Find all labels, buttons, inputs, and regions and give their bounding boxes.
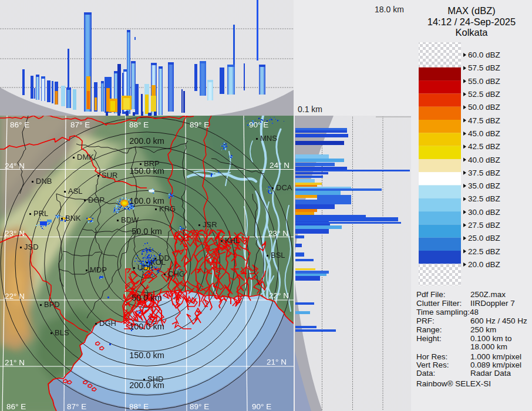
svg-text:87° E: 87° E xyxy=(67,402,86,411)
svg-text:35.0 dBZ: 35.0 dBZ xyxy=(468,181,500,190)
svg-text:60.0 dBZ: 60.0 dBZ xyxy=(468,50,500,59)
svg-text:Radar Data: Radar Data xyxy=(470,369,511,378)
svg-text:18.000 km: 18.000 km xyxy=(470,342,507,351)
svg-text:100.0 km: 100.0 km xyxy=(129,322,164,331)
svg-text:Kolkata: Kolkata xyxy=(455,27,488,38)
svg-text:MNS: MNS xyxy=(260,134,277,143)
svg-text:30.0 dBZ: 30.0 dBZ xyxy=(468,208,500,217)
svg-text:47.5 dBZ: 47.5 dBZ xyxy=(468,116,500,125)
svg-text:150.0 km: 150.0 km xyxy=(129,166,164,176)
svg-text:BDW: BDW xyxy=(121,215,139,224)
svg-text:BPD: BPD xyxy=(44,300,60,309)
svg-text:86° E: 86° E xyxy=(6,402,26,411)
svg-text:Range:: Range: xyxy=(416,325,442,334)
svg-text:50.0 dBZ: 50.0 dBZ xyxy=(468,103,500,112)
svg-text:600 Hz / 450 Hz: 600 Hz / 450 Hz xyxy=(470,316,527,325)
svg-text:50.0 km: 50.0 km xyxy=(132,227,162,236)
svg-text:DGP: DGP xyxy=(88,196,105,204)
svg-text:45.0 dBZ: 45.0 dBZ xyxy=(468,129,500,138)
svg-text:ASL: ASL xyxy=(68,187,83,196)
svg-text:1.000 km/pixel: 1.000 km/pixel xyxy=(470,352,521,361)
svg-text:22.5 dBZ: 22.5 dBZ xyxy=(468,247,500,256)
svg-text:57.5 dBZ: 57.5 dBZ xyxy=(468,63,500,72)
svg-text:PRF:: PRF: xyxy=(416,316,435,325)
svg-text:KRG: KRG xyxy=(159,204,176,213)
svg-text:MAX (dBZ): MAX (dBZ) xyxy=(447,5,496,16)
svg-text:Pdf File:: Pdf File: xyxy=(416,290,446,299)
svg-text:22° N: 22° N xyxy=(5,292,25,301)
svg-text:Rainbow® SELEX-SI: Rainbow® SELEX-SI xyxy=(416,379,491,388)
svg-text:24° N: 24° N xyxy=(5,161,25,170)
svg-text:BLS: BLS xyxy=(55,328,69,337)
svg-text:25.0 dBZ: 25.0 dBZ xyxy=(468,234,500,242)
svg-text:PRL: PRL xyxy=(33,209,48,218)
svg-text:88° E: 88° E xyxy=(129,402,149,411)
svg-text:87° E: 87° E xyxy=(70,120,90,129)
svg-text:88° E: 88° E xyxy=(129,120,149,129)
svg-text:21° N: 21° N xyxy=(5,358,25,367)
svg-text:0.100 km to: 0.100 km to xyxy=(470,334,512,343)
svg-text:UDP: UDP xyxy=(137,263,153,272)
svg-text:IIRDoppler 7: IIRDoppler 7 xyxy=(470,299,515,308)
svg-text:20.0 dBZ: 20.0 dBZ xyxy=(468,260,500,269)
svg-text:Time sampling:48: Time sampling:48 xyxy=(416,308,479,316)
svg-text:DMK: DMK xyxy=(77,153,94,161)
svg-text:Vert Res:: Vert Res: xyxy=(416,361,449,369)
svg-text:SUR: SUR xyxy=(102,171,117,180)
svg-text:CHG: CHG xyxy=(168,269,185,278)
svg-text:24° N: 24° N xyxy=(270,161,289,170)
svg-text:200.0 km: 200.0 km xyxy=(129,136,164,146)
svg-text:23° N: 23° N xyxy=(268,229,288,238)
svg-text:55.0 dBZ: 55.0 dBZ xyxy=(468,77,500,86)
svg-text:40.0 dBZ: 40.0 dBZ xyxy=(468,156,500,164)
svg-text:89° E: 89° E xyxy=(190,120,209,129)
svg-text:90° E: 90° E xyxy=(249,120,268,129)
svg-text:KHL: KHL xyxy=(225,236,240,245)
svg-text:22° N: 22° N xyxy=(269,291,289,300)
svg-text:JSD: JSD xyxy=(24,242,39,251)
svg-text:BSL: BSL xyxy=(271,251,285,260)
svg-text:100.0 km: 100.0 km xyxy=(129,196,164,206)
svg-text:86° E: 86° E xyxy=(10,120,29,129)
svg-text:250Z.max: 250Z.max xyxy=(470,290,506,299)
svg-text:Hor Res:: Hor Res: xyxy=(416,352,447,361)
svg-text:89° E: 89° E xyxy=(190,402,209,411)
svg-text:Clutter Filter:: Clutter Filter: xyxy=(416,299,462,308)
svg-text:DNB: DNB xyxy=(36,177,52,186)
svg-text:0.089 km/pixel: 0.089 km/pixel xyxy=(470,361,521,369)
svg-text:42.5 dBZ: 42.5 dBZ xyxy=(468,142,500,151)
svg-text:Data:: Data: xyxy=(416,369,435,378)
svg-text:32.5 dBZ: 32.5 dBZ xyxy=(468,194,500,203)
svg-text:DCA: DCA xyxy=(276,183,292,192)
svg-text:50.0 km: 50.0 km xyxy=(132,293,162,302)
svg-text:JSR: JSR xyxy=(203,220,217,229)
svg-text:DGH: DGH xyxy=(99,319,116,328)
svg-text:37.5 dBZ: 37.5 dBZ xyxy=(468,169,500,177)
svg-text:200.0 km: 200.0 km xyxy=(129,380,164,390)
svg-text:23° N: 23° N xyxy=(5,229,25,238)
svg-text:250 km: 250 km xyxy=(470,325,496,334)
svg-text:90° E: 90° E xyxy=(252,402,271,411)
svg-text:21° N: 21° N xyxy=(267,358,287,366)
svg-text:27.5 dBZ: 27.5 dBZ xyxy=(468,221,500,230)
svg-text:52.5 dBZ: 52.5 dBZ xyxy=(468,90,500,99)
svg-text:0.1 km: 0.1 km xyxy=(298,105,322,114)
svg-text:14:12 / 24-Sep-2025: 14:12 / 24-Sep-2025 xyxy=(427,16,516,27)
svg-text:MDP: MDP xyxy=(90,265,107,274)
svg-text:150.0 km: 150.0 km xyxy=(129,351,164,360)
svg-text:BNK: BNK xyxy=(65,214,81,223)
svg-text:18.0 km: 18.0 km xyxy=(375,5,404,14)
svg-text:Height:: Height: xyxy=(416,334,442,343)
